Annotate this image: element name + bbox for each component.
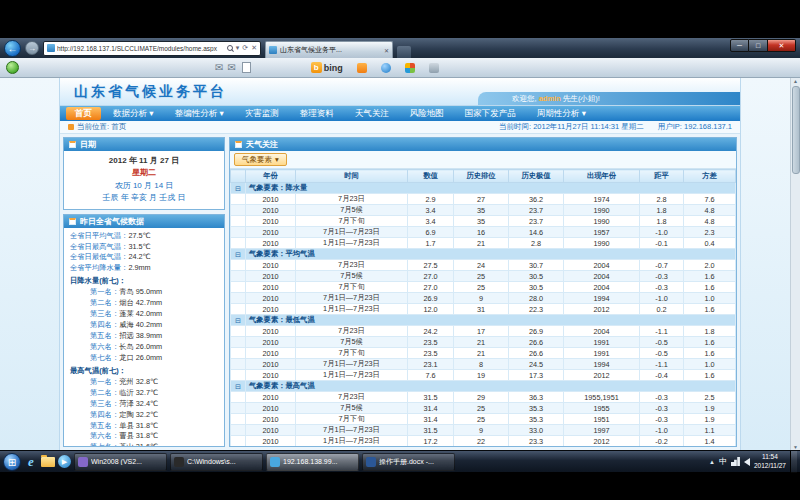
group-row[interactable]: ⊟气象要素：平均气温 bbox=[231, 249, 736, 260]
show-desktop-button[interactable] bbox=[790, 451, 797, 473]
scroll-up-icon[interactable]: ▲ bbox=[793, 78, 798, 84]
taskbar-clock[interactable]: 11:54 2012/11/27 bbox=[754, 453, 786, 469]
toolbar-blue-icon[interactable] bbox=[381, 63, 391, 73]
table-head-row: 年份时间数值历史排位历史极值出现年份距平方差 bbox=[231, 170, 736, 183]
rank-line: 第三名：菏泽 32.4℃ bbox=[70, 399, 221, 410]
taskbar-buttons: Win2008 (VS2...C:\Windows\s...192.168.13… bbox=[74, 453, 455, 471]
table-row: 20107月1日—7月23日31.5933.01997-1.01.1 bbox=[231, 425, 736, 436]
tab-close-icon[interactable]: ✕ bbox=[384, 47, 389, 54]
tray-expand-icon[interactable]: ▲ bbox=[709, 459, 715, 465]
site-favicon-icon bbox=[47, 44, 55, 52]
taskbar-button-4[interactable]: 操作手册.docx -... bbox=[362, 453, 455, 471]
new-tab-button[interactable] bbox=[397, 46, 411, 58]
table-row: 20107月23日27.52430.72004-0.72.0 bbox=[231, 260, 736, 271]
ie-quicklaunch-icon[interactable]: e bbox=[24, 455, 38, 469]
site-title: 山东省气候业务平台 bbox=[74, 83, 227, 101]
close-button[interactable]: ✕ bbox=[768, 39, 796, 52]
group-row[interactable]: ⊟气象要素：最高气温 bbox=[231, 381, 736, 392]
page-scrollbar[interactable]: ▲ ▼ bbox=[790, 78, 800, 450]
maximize-button[interactable]: □ bbox=[749, 39, 768, 52]
location-icon bbox=[68, 124, 74, 130]
autocomplete-dropdown-icon[interactable]: ▾ bbox=[236, 44, 240, 52]
menu-item-9[interactable]: 周期性分析 ▾ bbox=[528, 107, 595, 120]
taskbar-button-1[interactable]: Win2008 (VS2... bbox=[74, 453, 167, 471]
mail2-icon[interactable]: ✉ bbox=[227, 62, 235, 73]
group-row[interactable]: ⊟气象要素：最低气温 bbox=[231, 315, 736, 326]
menu-item-4[interactable]: 灾害监测 bbox=[236, 107, 288, 120]
weather-focus-panel: 天气关注 气象要素 ▾ 年份时间数值历史排位历史极值出现年份距平方差 ⊟气象要 bbox=[229, 137, 737, 447]
taskbar-button-2[interactable]: C:\Windows\s... bbox=[170, 453, 263, 471]
column-header: 时间 bbox=[296, 170, 408, 183]
volume-icon[interactable] bbox=[744, 458, 750, 466]
collapse-icon[interactable]: ⊟ bbox=[235, 251, 241, 258]
menu-item-6[interactable]: 天气关注 bbox=[346, 107, 398, 120]
group-row[interactable]: ⊟气象要素：降水量 bbox=[231, 183, 736, 194]
table-toolbar: 气象要素 ▾ bbox=[230, 151, 736, 169]
minimize-button[interactable]: ─ bbox=[730, 39, 749, 52]
welcome-bar: 欢迎您, admin 先生(小姐)! bbox=[478, 92, 740, 105]
tab-favicon-icon bbox=[269, 46, 277, 54]
column-header: 年份 bbox=[246, 170, 296, 183]
panel-icon bbox=[235, 141, 242, 148]
collapse-icon[interactable]: ⊟ bbox=[235, 383, 241, 390]
browser-window: ← → http://192.168.137.1/SLCCLIMATE/modu… bbox=[0, 38, 800, 450]
toolbar-gray-icon[interactable] bbox=[429, 63, 439, 73]
desktop: ← → http://192.168.137.1/SLCCLIMATE/modu… bbox=[0, 0, 800, 500]
menu-item-8[interactable]: 国家下发产品 bbox=[456, 107, 525, 120]
table-body: ⊟气象要素：降水量20107月23日2.92736.219742.87.6201… bbox=[231, 183, 736, 447]
filter-dropdown-icon: ▾ bbox=[275, 154, 279, 165]
element-filter-button[interactable]: 气象要素 ▾ bbox=[234, 153, 287, 166]
rank-line: 第三名：蓬莱 42.0mm bbox=[70, 309, 221, 320]
rank-line: 第一名：兖州 32.8℃ bbox=[70, 377, 221, 388]
stat-line: 全省日最低气温：24.2℃ bbox=[70, 252, 221, 263]
browser-tab[interactable]: 山东省气候业务平... ✕ bbox=[265, 41, 393, 58]
rank-line: 第四名：威海 40.2mm bbox=[70, 320, 221, 331]
lunar-date: 农历 10 月 14 日 bbox=[68, 180, 220, 192]
language-indicator[interactable]: 中 bbox=[719, 456, 727, 467]
table-row: 20107月1日—7月23日6.91614.61957-1.02.3 bbox=[231, 227, 736, 238]
collapse-icon[interactable]: ⊟ bbox=[235, 185, 241, 192]
menu-item-1[interactable]: 首页 bbox=[66, 107, 101, 120]
toolbar-orange-icon[interactable] bbox=[357, 63, 367, 73]
column-header: 方差 bbox=[684, 170, 736, 183]
stat-line: 全省日平均气温：27.5℃ bbox=[70, 231, 221, 242]
taskbar-button-3[interactable]: 192.168.138.99... bbox=[266, 453, 359, 471]
report-icon bbox=[69, 218, 76, 225]
explorer-quicklaunch-icon[interactable] bbox=[41, 455, 55, 469]
menu-item-7[interactable]: 风险地图 bbox=[401, 107, 453, 120]
table-row: 20101月1日—7月23日12.03122.320120.21.6 bbox=[231, 304, 736, 315]
network-icon[interactable] bbox=[731, 457, 740, 466]
start-button[interactable]: ⊞ bbox=[3, 453, 21, 471]
collapse-icon[interactable]: ⊟ bbox=[235, 317, 241, 324]
mail-icon[interactable]: ✉ bbox=[215, 62, 223, 73]
menu-item-2[interactable]: 数据分析 ▾ bbox=[104, 107, 163, 120]
date-panel: 日期 2012 年 11 月 27 日 星期二 农历 10 月 14 日 壬辰 … bbox=[63, 137, 225, 210]
rank-line: 第六名：曹县 31.8℃ bbox=[70, 431, 221, 442]
stop-icon[interactable]: ✕ bbox=[251, 44, 257, 52]
column-header: 距平 bbox=[640, 170, 684, 183]
rank-line: 第四名：定陶 32.2℃ bbox=[70, 410, 221, 421]
menu-item-5[interactable]: 整理资料 bbox=[291, 107, 343, 120]
rank-sections: 日降水量(前七)：第一名：青岛 95.0mm第二名：烟台 42.7mm第三名：蓬… bbox=[70, 276, 221, 447]
ganzhi-date: 壬辰 年 辛亥 月 壬戌 日 bbox=[68, 192, 220, 204]
pinwheel-icon[interactable] bbox=[405, 63, 415, 73]
weekday: 星期二 bbox=[68, 167, 220, 179]
refresh-icon[interactable]: ⟳ bbox=[242, 44, 248, 52]
weather-focus-title: 天气关注 bbox=[246, 139, 278, 150]
search-icon[interactable] bbox=[227, 45, 233, 51]
forward-button[interactable]: → bbox=[25, 41, 39, 55]
menu-item-3[interactable]: 整编性分析 ▾ bbox=[166, 107, 233, 120]
document-icon[interactable] bbox=[242, 62, 251, 73]
climate-panel-title: 昨日全省气候数据 bbox=[80, 216, 144, 227]
scrollbar-thumb[interactable] bbox=[792, 86, 800, 174]
browser-logo-icon[interactable] bbox=[6, 61, 19, 74]
rank-line: 第二名：临沂 32.7℃ bbox=[70, 388, 221, 399]
table-row: 20101月1日—7月23日17.22223.32012-0.21.4 bbox=[231, 436, 736, 447]
bing-logo[interactable]: b bing bbox=[311, 62, 343, 73]
back-button[interactable]: ← bbox=[4, 40, 21, 57]
address-bar[interactable]: http://192.168.137.1/SLCCLIMATE/modules/… bbox=[43, 41, 261, 56]
media-player-icon[interactable]: ▶ bbox=[58, 455, 71, 468]
tab-title: 山东省气候业务平... bbox=[280, 45, 381, 55]
calendar-icon bbox=[69, 141, 76, 148]
rank-section-title: 日降水量(前七)： bbox=[70, 276, 221, 287]
